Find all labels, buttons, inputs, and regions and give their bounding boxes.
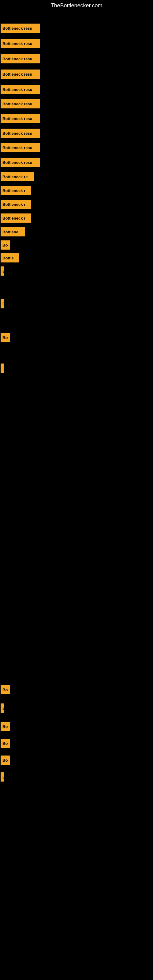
bottleneck-bar: B <box>1 266 4 275</box>
bottleneck-bar: Bottleneck resu <box>1 85 40 94</box>
bottleneck-bar: Bottleneck r <box>1 200 31 209</box>
bottleneck-bar: Bottleneck resu <box>1 129 40 138</box>
bottleneck-bar: B <box>1 772 4 781</box>
bottleneck-bar: Bottleneck re <box>1 172 34 181</box>
bottleneck-bar: Bo <box>1 240 10 250</box>
bottleneck-bar: Bottleneck resu <box>1 158 40 167</box>
site-title: TheBottlenecker.com <box>0 0 153 11</box>
bottleneck-bar: B <box>1 703 4 713</box>
bottleneck-bar: Bottleneck resu <box>1 143 40 152</box>
bottleneck-bar: Bottleneck r <box>1 186 31 195</box>
bottleneck-bar: Bo <box>1 722 10 731</box>
bottleneck-bar: Bottleneck resu <box>1 70 40 79</box>
bottleneck-bar: Bo <box>1 685 10 694</box>
bottleneck-bar: Bo <box>1 739 10 748</box>
bottleneck-bar: Bottleneck resu <box>1 54 40 64</box>
bottleneck-bar: Bottlene <box>1 227 25 236</box>
bottleneck-bar: | <box>1 364 4 373</box>
bottleneck-bar: Bottleneck resu <box>1 39 40 48</box>
bottleneck-bar: Bottleneck resu <box>1 99 40 108</box>
bottleneck-bar: Bo <box>1 756 10 765</box>
bottleneck-bar: Bottleneck resu <box>1 24 40 33</box>
bottleneck-bar: Bottle <box>1 253 19 262</box>
bottleneck-bar: B <box>1 299 4 309</box>
bottleneck-bar: Bo <box>1 333 10 342</box>
bottleneck-bar: Bottleneck resu <box>1 114 40 123</box>
bottleneck-bar: Bottleneck r <box>1 213 31 223</box>
